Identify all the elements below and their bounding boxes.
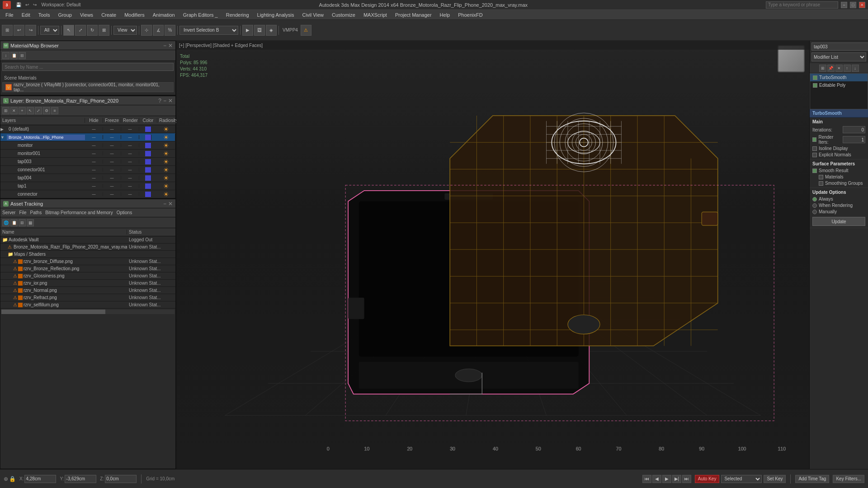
modifier-list-dropdown[interactable]: Modifier List: [811, 52, 866, 61]
material-item[interactable]: V razrv_bronze ( VRayMtl ) [connector, c…: [2, 82, 174, 92]
modifier-editable-poly[interactable]: Editable Poly: [810, 81, 868, 89]
minimize-button[interactable]: −: [841, 2, 847, 8]
smooth-result-check[interactable]: Smooth Result: [812, 168, 865, 173]
asset-tracking-header[interactable]: A Asset Tracking − ✕: [0, 199, 175, 208]
toolbar-select-all[interactable]: ⊞: [2, 25, 13, 36]
mat-tool-1[interactable]: ↕: [2, 52, 9, 59]
layers-select[interactable]: ↖: [27, 107, 34, 114]
menu-civil[interactable]: Civil View: [298, 11, 327, 19]
smoothing-groups-checkbox[interactable]: [819, 181, 823, 186]
toolbar-redo[interactable]: ↪: [25, 25, 36, 36]
asset-close[interactable]: ✕: [168, 201, 173, 207]
qa-btn2[interactable]: ↩: [24, 2, 30, 7]
layer-row-1[interactable]: ▼ Bronze_Motorola...Flip_Phone — — — ☀: [0, 133, 175, 141]
menu-graph-editors[interactable]: Graph Editors _: [179, 11, 222, 19]
manually-check[interactable]: Manually: [812, 209, 865, 214]
next-frame[interactable]: ▶|: [672, 475, 681, 483]
mod-icon-4[interactable]: ↑: [844, 65, 851, 72]
layer-row-4[interactable]: tap003 — — — ☀: [0, 158, 175, 166]
materials-check[interactable]: Materials: [819, 174, 865, 179]
smooth-result-checkbox[interactable]: [812, 169, 817, 173]
when-rendering-radio[interactable]: [812, 203, 817, 208]
layers-options[interactable]: ≡: [51, 107, 58, 114]
material-editor[interactable]: ◈: [266, 25, 277, 36]
iterations-input[interactable]: [843, 126, 865, 133]
layers-help[interactable]: ?: [158, 98, 161, 104]
menu-help[interactable]: Help: [436, 11, 454, 19]
rotate-tool[interactable]: ↻: [87, 25, 98, 36]
always-check[interactable]: Always: [812, 197, 865, 202]
explicit-normals-check[interactable]: Explicit Normals: [812, 152, 865, 157]
view-dropdown[interactable]: View: [113, 26, 137, 35]
always-radio[interactable]: [812, 197, 817, 202]
menu-rendering[interactable]: Rendering: [222, 11, 253, 19]
asset-tool-2[interactable]: 📋: [10, 219, 18, 226]
asset-minimize[interactable]: −: [163, 201, 166, 207]
z-input[interactable]: [105, 475, 137, 483]
isoline-check[interactable]: Isoline Display: [812, 146, 865, 151]
layers-move[interactable]: ⤢: [35, 107, 42, 114]
smoothing-groups-check[interactable]: Smoothing Groups: [819, 181, 865, 186]
asset-row-vault[interactable]: 📁 Autodesk Vault Logged Out: [0, 236, 175, 244]
move-tool[interactable]: ⤢: [75, 25, 86, 36]
object-name-input[interactable]: [811, 42, 868, 51]
snaps-toggle[interactable]: ⊹: [141, 25, 152, 36]
auto-key-btn[interactable]: Auto Key: [695, 475, 720, 483]
material-browser-close[interactable]: ✕: [168, 42, 173, 49]
asset-tool-4[interactable]: ▦: [27, 219, 34, 226]
menu-animation[interactable]: Animation: [149, 11, 179, 19]
asset-menu-options[interactable]: Options: [117, 210, 132, 215]
asset-tool-3[interactable]: ⊞: [19, 219, 26, 226]
asset-tool-1[interactable]: 🌐: [2, 219, 9, 226]
angle-snap[interactable]: ∡: [153, 25, 164, 36]
viewport-area[interactable]: [+] [Perspective] [Shaded + Edged Faces]…: [176, 41, 809, 469]
close-button[interactable]: ✕: [859, 2, 865, 8]
materials-checkbox[interactable]: [819, 175, 823, 179]
asset-menu-server[interactable]: Server: [2, 210, 15, 215]
layer-row-6[interactable]: tap004 — — — ☀: [0, 174, 175, 182]
explicit-normals-checkbox[interactable]: [812, 153, 817, 157]
layer-row-3[interactable]: monitor001 — — — ☀: [0, 150, 175, 158]
editpoly-checkbox[interactable]: [813, 83, 817, 88]
asset-row-reflection[interactable]: ⚠ rzrv_Bronze_Reflection.png Unknown Sta…: [0, 265, 175, 272]
scale-tool[interactable]: ⊠: [99, 25, 109, 36]
select-tool[interactable]: ↖: [63, 25, 74, 36]
search-input[interactable]: [766, 1, 838, 9]
layers-minimize[interactable]: −: [163, 98, 166, 104]
maximize-button[interactable]: □: [850, 2, 856, 8]
y-input[interactable]: [65, 475, 96, 483]
asset-menu-paths[interactable]: Paths: [30, 210, 42, 215]
asset-row-maps[interactable]: 📁 Maps / Shaders: [0, 251, 175, 258]
asset-row-refract[interactable]: ⚠ rzrv_Refract.png Unknown Stat...: [0, 294, 175, 301]
add-time-tag-btn[interactable]: Add Time Tag: [795, 475, 829, 483]
layers-panel-header[interactable]: L Layer: Bronze_Motorola_Razr_Flip_Phone…: [0, 96, 175, 105]
material-search-input[interactable]: [2, 63, 174, 71]
play-forward[interactable]: ⏭: [682, 475, 691, 483]
mod-icon-2[interactable]: 📌: [827, 65, 835, 72]
asset-row-normal[interactable]: ⚠ rzrv_Normal.png Unknown Stat...: [0, 287, 175, 294]
mod-icon-5[interactable]: ↓: [852, 65, 859, 72]
material-browser-minimize[interactable]: −: [163, 42, 166, 49]
when-rendering-check[interactable]: When Rendering: [812, 203, 865, 208]
menu-tools[interactable]: Tools: [35, 11, 54, 19]
prev-frame[interactable]: ◀: [652, 475, 661, 483]
menu-views[interactable]: Views: [76, 11, 97, 19]
layers-delete[interactable]: ✕: [10, 107, 18, 114]
layer-row-5[interactable]: connector001 — — — ☀: [0, 166, 175, 174]
layer-row-0[interactable]: ▶ 0 (default) — — — ☀: [0, 125, 175, 133]
asset-menu-file[interactable]: File: [19, 210, 26, 215]
selection-mode[interactable]: Invert Selection B: [179, 26, 238, 35]
play-btn[interactable]: ▶: [662, 475, 671, 483]
update-button[interactable]: Update: [812, 217, 865, 226]
percent-snap[interactable]: %: [165, 25, 175, 36]
x-input[interactable]: [24, 475, 56, 483]
asset-row-glossiness[interactable]: ⚠ rzrv_Glossiness.png Unknown Stat...: [0, 272, 175, 280]
menu-modifiers[interactable]: Modifiers: [121, 11, 148, 19]
render-iters-check[interactable]: Render Iters:: [812, 135, 843, 145]
menu-project[interactable]: Project Manager: [392, 11, 435, 19]
asset-row-ior[interactable]: ⚠ rzrv_ior.png Unknown Stat...: [0, 280, 175, 287]
menu-file[interactable]: File: [2, 11, 17, 19]
menu-create[interactable]: Create: [98, 11, 120, 19]
render-frame-window[interactable]: 🖼: [254, 25, 265, 36]
key-filters-btn[interactable]: Key Filters...: [833, 475, 864, 483]
